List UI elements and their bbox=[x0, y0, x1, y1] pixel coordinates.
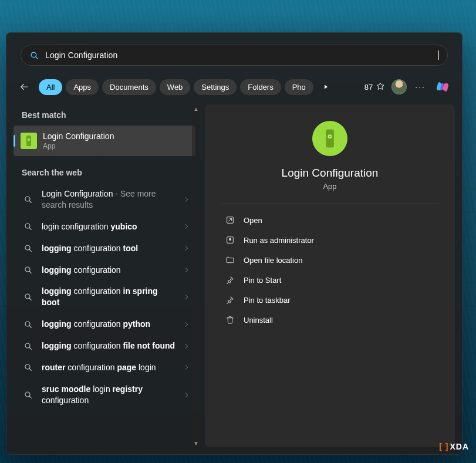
search-icon bbox=[23, 243, 33, 254]
search-icon bbox=[23, 319, 33, 330]
content-area: Best match Login Configuration App Searc… bbox=[6, 104, 462, 454]
pin-start-icon bbox=[225, 275, 235, 285]
best-match-text: Login Configuration App bbox=[43, 131, 114, 150]
filter-chips: All Apps Documents Web Settings Folders … bbox=[39, 79, 313, 95]
web-result-text: Login Configuration - See more search re… bbox=[42, 188, 175, 211]
chevron-right-icon bbox=[184, 343, 190, 349]
web-result-item[interactable]: router configuration page login bbox=[13, 357, 197, 378]
detail-panel: Login Configuration App OpenRun as admin… bbox=[205, 104, 455, 447]
action-open[interactable]: Open bbox=[221, 210, 438, 230]
web-result-item[interactable]: logging configuration in spring boot bbox=[13, 280, 197, 313]
detail-type: App bbox=[323, 182, 336, 191]
web-result-text: sruc moodle login registry configuration bbox=[42, 384, 175, 406]
xda-watermark: [ ] XDA bbox=[439, 442, 469, 451]
windows-search-panel: All Apps Documents Web Settings Folders … bbox=[6, 32, 463, 455]
action-uninstall[interactable]: Uninstall bbox=[221, 310, 438, 330]
search-icon bbox=[29, 50, 39, 60]
search-icon bbox=[23, 362, 33, 373]
chevron-right-icon bbox=[184, 197, 190, 202]
filters-row: All Apps Documents Web Settings Folders … bbox=[6, 73, 462, 104]
points-value: 87 bbox=[364, 83, 373, 92]
scroll-filters-right[interactable] bbox=[318, 79, 334, 95]
web-result-text: logging configuration file not found bbox=[42, 340, 175, 352]
app-icon bbox=[21, 133, 37, 149]
text-cursor bbox=[438, 50, 439, 60]
search-icon bbox=[23, 221, 33, 232]
web-result-text: logging configuration in spring boot bbox=[42, 286, 175, 308]
chevron-right-icon bbox=[184, 245, 190, 251]
web-result-item[interactable]: sruc moodle login registry configuration bbox=[13, 378, 197, 411]
web-result-item[interactable]: logging configuration file not found bbox=[13, 335, 197, 357]
web-result-item[interactable]: logging configuration python bbox=[13, 313, 197, 335]
svg-point-15 bbox=[329, 136, 331, 137]
user-avatar[interactable] bbox=[391, 79, 407, 94]
detail-title: Login Configuration bbox=[282, 167, 379, 180]
folder-icon bbox=[225, 255, 235, 265]
best-match-subtitle: App bbox=[43, 142, 114, 150]
web-result-text: logging configuration python bbox=[42, 319, 175, 330]
detail-actions: OpenRun as administratorOpen file locati… bbox=[205, 210, 455, 330]
chevron-right-icon bbox=[184, 322, 190, 327]
action-label: Run as administrator bbox=[244, 236, 314, 245]
more-options-button[interactable]: ··· bbox=[413, 80, 428, 94]
results-scrollbar[interactable]: ▲ ▼ bbox=[192, 104, 200, 447]
web-result-text: logging configuration bbox=[42, 265, 175, 276]
search-icon bbox=[23, 341, 33, 352]
search-bar[interactable] bbox=[21, 45, 448, 66]
header-right-tools: 87 ··· bbox=[364, 78, 455, 96]
action-label: Pin to Start bbox=[244, 276, 281, 285]
rewards-icon bbox=[375, 82, 386, 92]
action-open-file-location[interactable]: Open file location bbox=[221, 250, 438, 270]
action-run-as-administrator[interactable]: Run as administrator bbox=[221, 230, 438, 250]
copilot-button[interactable] bbox=[434, 78, 451, 96]
filter-chip-settings[interactable]: Settings bbox=[194, 79, 237, 95]
results-column: Best match Login Configuration App Searc… bbox=[13, 104, 199, 447]
chevron-right-icon bbox=[184, 364, 190, 370]
action-label: Pin to taskbar bbox=[244, 296, 291, 305]
action-pin-to-start[interactable]: Pin to Start bbox=[221, 270, 438, 290]
chevron-right-icon bbox=[184, 294, 190, 300]
action-label: Open file location bbox=[244, 256, 302, 265]
search-icon bbox=[23, 194, 33, 205]
trash-icon bbox=[225, 315, 235, 325]
search-input[interactable] bbox=[45, 50, 438, 60]
filter-chip-apps[interactable]: Apps bbox=[66, 79, 99, 95]
web-result-text: login configuration yubico bbox=[42, 221, 175, 232]
web-result-item[interactable]: logging configuration bbox=[13, 259, 197, 281]
best-match-header: Best match bbox=[13, 104, 197, 126]
filter-chip-folders[interactable]: Folders bbox=[240, 79, 281, 95]
action-pin-to-taskbar[interactable]: Pin to taskbar bbox=[221, 290, 438, 310]
svg-point-0 bbox=[31, 52, 36, 58]
rewards-points[interactable]: 87 bbox=[364, 82, 386, 92]
web-result-item[interactable]: Login Configuration - See more search re… bbox=[13, 183, 197, 216]
bracket-icon: [ ] bbox=[439, 442, 448, 451]
back-button[interactable] bbox=[13, 76, 35, 97]
chevron-right-icon bbox=[184, 224, 190, 229]
svg-point-3 bbox=[28, 139, 29, 140]
scroll-up-icon[interactable]: ▲ bbox=[192, 104, 200, 113]
chevron-right-icon bbox=[184, 267, 190, 273]
detail-app-icon bbox=[312, 121, 347, 156]
search-web-header: Search the web bbox=[13, 162, 197, 183]
best-match-title: Login Configuration bbox=[43, 131, 114, 141]
search-icon bbox=[23, 265, 33, 275]
chevron-right-icon bbox=[184, 392, 190, 398]
divider bbox=[221, 204, 438, 204]
search-icon bbox=[23, 390, 33, 400]
web-result-item[interactable]: login configuration yubico bbox=[13, 216, 197, 238]
filter-chip-web[interactable]: Web bbox=[160, 79, 191, 95]
admin-icon bbox=[225, 235, 235, 245]
scroll-down-icon[interactable]: ▼ bbox=[192, 439, 200, 447]
best-match-item[interactable]: Login Configuration App bbox=[13, 126, 195, 156]
web-result-text: router configuration page login bbox=[42, 362, 175, 373]
filter-chip-all[interactable]: All bbox=[39, 79, 62, 95]
web-result-text: logging configuration tool bbox=[42, 243, 175, 254]
filter-chip-documents[interactable]: Documents bbox=[102, 79, 156, 95]
action-label: Uninstall bbox=[244, 316, 273, 325]
pin-taskbar-icon bbox=[225, 295, 235, 305]
search-icon bbox=[23, 292, 33, 302]
filter-chip-photos[interactable]: Pho bbox=[285, 79, 313, 95]
web-result-item[interactable]: logging configuration tool bbox=[13, 238, 197, 259]
action-label: Open bbox=[244, 216, 262, 225]
open-icon bbox=[225, 215, 235, 225]
